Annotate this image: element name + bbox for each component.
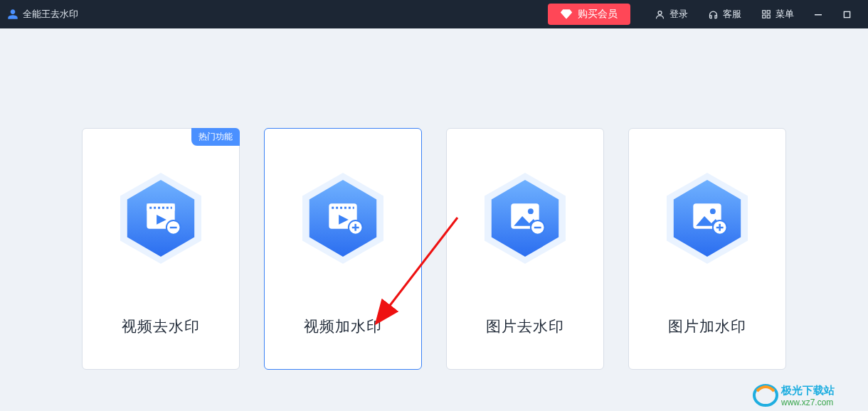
user-icon — [7, 9, 18, 20]
menu-button[interactable]: 菜单 — [751, 0, 804, 28]
svg-point-27 — [528, 208, 534, 214]
svg-rect-6 — [815, 14, 822, 16]
menu-label: 菜单 — [776, 8, 794, 21]
minimize-button[interactable] — [804, 0, 832, 28]
hot-badge: 热门功能 — [191, 128, 240, 146]
svg-point-34 — [710, 208, 716, 214]
card-icon-wrap — [483, 171, 567, 265]
svg-rect-15 — [170, 227, 177, 228]
headset-icon — [708, 9, 719, 20]
support-button[interactable]: 客服 — [698, 0, 751, 28]
video-remove-icon — [119, 171, 203, 265]
card-title: 图片去水印 — [486, 316, 564, 336]
minimize-icon — [814, 10, 822, 18]
card-title: 视频去水印 — [122, 316, 200, 336]
app-brand: 全能王去水印 — [7, 8, 78, 21]
diamond-icon — [561, 9, 572, 19]
support-label: 客服 — [723, 8, 741, 21]
login-label: 登录 — [669, 8, 688, 21]
content-area: 热门功能 视频去水印 — [0, 28, 868, 411]
svg-point-1 — [658, 11, 662, 14]
svg-point-41 — [754, 385, 777, 405]
video-add-icon — [301, 171, 385, 265]
svg-rect-4 — [763, 15, 766, 18]
card-icon-wrap — [301, 171, 385, 265]
buy-membership-button[interactable]: 购买会员 — [548, 4, 630, 25]
image-remove-icon — [483, 171, 567, 265]
card-image-add-watermark[interactable]: 图片加水印 — [628, 128, 786, 370]
svg-rect-30 — [534, 227, 541, 228]
card-image-remove-watermark[interactable]: 图片去水印 — [446, 128, 604, 370]
maximize-icon — [843, 11, 851, 18]
card-video-add-watermark[interactable]: 视频加水印 — [264, 128, 422, 370]
login-button[interactable]: 登录 — [645, 0, 698, 28]
card-title: 视频加水印 — [304, 316, 382, 336]
svg-rect-7 — [844, 11, 850, 17]
card-icon-wrap — [665, 171, 749, 265]
svg-rect-38 — [719, 224, 720, 231]
person-icon — [655, 9, 665, 20]
app-title: 全能王去水印 — [23, 8, 78, 21]
titlebar-right: 购买会员 登录 客服 菜单 — [548, 0, 861, 28]
feature-cards: 热门功能 视频去水印 — [82, 128, 786, 370]
svg-text:www.xz7.com: www.xz7.com — [780, 397, 833, 407]
site-watermark: 极光下载站 www.xz7.com — [753, 381, 867, 410]
buy-label: 购买会员 — [578, 8, 618, 21]
card-title: 图片加水印 — [668, 316, 746, 336]
grid-icon — [761, 9, 771, 19]
card-icon-wrap — [119, 171, 203, 265]
svg-rect-23 — [354, 224, 356, 231]
svg-rect-3 — [767, 11, 770, 14]
svg-text:极光下载站: 极光下载站 — [780, 384, 835, 396]
image-add-icon — [665, 171, 749, 265]
svg-marker-0 — [561, 10, 572, 19]
titlebar: 全能王去水印 购买会员 登录 客服 菜单 — [0, 0, 868, 28]
svg-rect-5 — [767, 15, 770, 18]
card-video-remove-watermark[interactable]: 热门功能 视频去水印 — [82, 128, 240, 370]
maximize-button[interactable] — [832, 0, 861, 28]
svg-rect-2 — [763, 11, 766, 14]
